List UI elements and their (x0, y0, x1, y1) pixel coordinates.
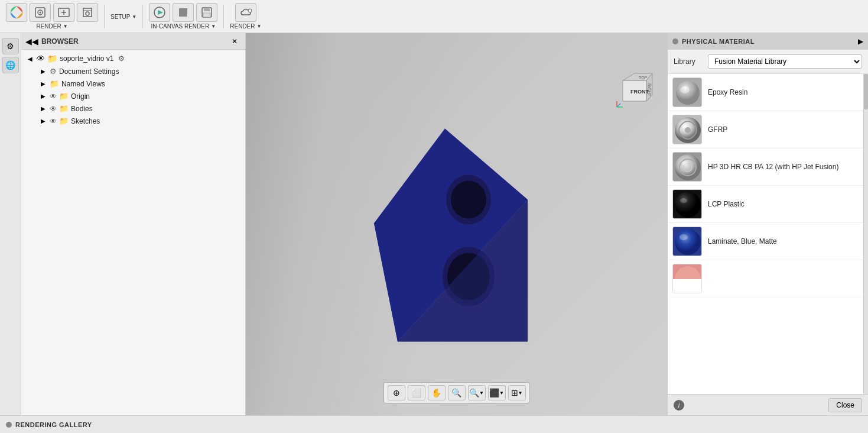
render-btn-group: RENDER ▼ (230, 3, 261, 30)
vp-grid-btn[interactable]: ⊞▼ (508, 385, 526, 400)
svg-point-48 (680, 234, 688, 240)
in-canvas-stop-icon[interactable] (173, 3, 194, 22)
material-panel-title: PHYSICAL MATERIAL (682, 38, 854, 45)
origin-label: Origin (71, 92, 90, 101)
sketches-eye-icon[interactable]: 👁 (50, 117, 57, 125)
render-label[interactable]: RENDER ▼ (36, 23, 67, 30)
root-folder-icon: 📁 (47, 54, 57, 63)
material-thumb-gfrp (672, 115, 702, 144)
library-select[interactable]: Fusion Material Library (708, 54, 862, 69)
svg-marker-9 (158, 10, 163, 15)
sketches-label: Sketches (71, 117, 100, 125)
in-canvas-play-icon[interactable] (149, 3, 170, 22)
browser-close-btn[interactable]: ✕ (229, 35, 240, 47)
material-thumb-lcp (672, 189, 702, 219)
in-canvas-save-icon[interactable] (196, 3, 217, 22)
material-item-laminate[interactable]: Laminate, Blue, Matte (668, 223, 863, 260)
svg-point-7 (86, 12, 89, 15)
material-item-partial[interactable] (668, 260, 863, 298)
render-cloud-icon[interactable] (235, 3, 256, 22)
vp-display-btn[interactable]: ⬛▼ (488, 385, 506, 400)
vp-zoom-window-btn[interactable]: 🔍▼ (468, 385, 486, 400)
in-canvas-render-label-text: IN-CANVAS RENDER (151, 23, 209, 30)
left-icon-community[interactable]: 🌐 (2, 57, 19, 73)
library-row: Library Fusion Material Library (668, 50, 868, 74)
svg-rect-12 (204, 8, 210, 11)
material-item-epoxy-resin[interactable]: Epoxy Resin (668, 74, 863, 111)
material-panel-header: PHYSICAL MATERIAL ▶ (668, 33, 868, 50)
view-cube-svg: FRONT TOP RIGHT (614, 69, 655, 110)
material-item-lcp[interactable]: LCP Plastic (668, 186, 863, 223)
bodies-eye-icon[interactable]: 👁 (50, 105, 57, 113)
in-canvas-render-label[interactable]: IN-CANVAS RENDER ▼ (151, 23, 216, 30)
3d-model-svg (327, 82, 563, 366)
left-sidebar-icons: ⚙ 🌐 (0, 33, 21, 415)
material-thumb-epoxy-resin (672, 77, 702, 107)
material-panel-collapse-btn[interactable]: ▶ (858, 37, 863, 46)
sketches-folder-icon: 📁 (59, 117, 69, 125)
vp-orbit-btn[interactable]: ⊕ (388, 385, 405, 400)
material-item-gfrp[interactable]: GFRP (668, 111, 863, 148)
material-thumb-partial (672, 264, 702, 293)
vp-fitall-btn[interactable]: ⬜ (408, 385, 425, 400)
bodies-folder-icon: 📁 (59, 104, 69, 113)
svg-point-39 (675, 154, 701, 180)
material-name-gfrp: GFRP (708, 125, 727, 134)
named-views-toggle[interactable]: ▶ (39, 80, 47, 88)
render-output-icon[interactable] (53, 3, 74, 22)
svg-rect-10 (179, 8, 187, 17)
setup-label[interactable]: SETUP ▼ (110, 14, 136, 20)
svg-point-47 (675, 229, 701, 255)
setup-label-text: SETUP (110, 14, 130, 20)
sketches-toggle[interactable]: ▶ (39, 117, 47, 125)
left-icon-settings[interactable]: ⚙ (2, 38, 19, 54)
render-btn-dropdown-arrow: ▼ (257, 24, 262, 29)
vp-pan-btn[interactable]: ✋ (428, 385, 446, 400)
material-name-lcp: LCP Plastic (708, 200, 745, 208)
svg-point-34 (680, 86, 690, 93)
root-toggle[interactable]: ◀ (26, 54, 34, 63)
rendering-gallery-title: RENDERING GALLERY (15, 421, 92, 428)
origin-toggle[interactable]: ▶ (39, 92, 47, 101)
material-name-epoxy-resin: Epoxy Resin (708, 88, 747, 96)
material-list: Epoxy Resin (668, 74, 863, 394)
svg-text:TOP: TOP (639, 76, 648, 80)
physical-material-panel: PHYSICAL MATERIAL ▶ Library Fusion Mater… (667, 33, 868, 415)
svg-text:RIGHT: RIGHT (647, 83, 651, 97)
root-label: soporte_vidrio v1 (60, 54, 113, 63)
gallery-dot (6, 422, 12, 428)
material-scrollbar[interactable] (863, 74, 868, 394)
viewport-3d[interactable]: FRONT TOP RIGHT ⊕ ⬜ ✋ 🔍 🔍▼ ⬛▼ ⊞▼ (246, 33, 667, 415)
render-btn-label[interactable]: RENDER ▼ (230, 23, 261, 30)
root-settings-icon[interactable]: ⚙ (118, 54, 125, 63)
render-settings-icon[interactable] (30, 3, 51, 22)
svg-point-33 (676, 81, 700, 105)
view-cube[interactable]: FRONT TOP RIGHT (614, 69, 655, 110)
main-area: ⚙ 🌐 ◀◀ BROWSER ✕ ◀ 👁 📁 soporte_vidrio v1… (0, 33, 868, 415)
origin-eye-icon[interactable]: 👁 (50, 92, 57, 101)
color-wheel-icon[interactable] (6, 3, 27, 22)
info-icon[interactable]: i (674, 400, 684, 411)
browser-root-item[interactable]: ◀ 👁 📁 soporte_vidrio v1 ⚙ (21, 52, 245, 65)
material-item-hp3d[interactable]: HP 3D HR CB PA 12 (with HP Jet Fusion) (668, 148, 863, 186)
render-label-text: RENDER (36, 23, 61, 30)
bodies-toggle[interactable]: ▶ (39, 105, 47, 113)
svg-point-14 (248, 9, 252, 12)
doc-settings-toggle[interactable]: ▶ (39, 67, 47, 76)
material-panel-footer: i Close (668, 394, 868, 415)
tree-item-origin[interactable]: ▶ 👁 📁 Origin (21, 90, 245, 102)
named-views-folder-icon: 📁 (50, 79, 59, 88)
browser-collapse-btn[interactable]: ◀◀ (26, 35, 38, 47)
tree-item-bodies[interactable]: ▶ 👁 📁 Bodies (21, 102, 245, 115)
root-visibility-icon[interactable]: 👁 (37, 54, 45, 63)
tree-item-named-views[interactable]: ▶ 📁 Named Views (21, 77, 245, 90)
vp-zoom-btn[interactable]: 🔍 (448, 385, 466, 400)
tree-item-sketches[interactable]: ▶ 👁 📁 Sketches (21, 115, 245, 127)
close-panel-btn[interactable]: Close (828, 398, 862, 412)
setup-group: SETUP ▼ (110, 12, 136, 20)
viewport-toolbar: ⊕ ⬜ ✋ 🔍 🔍▼ ⬛▼ ⊞▼ (383, 382, 530, 403)
render-history-icon[interactable] (77, 3, 98, 22)
tree-item-document-settings[interactable]: ▶ ⚙ Document Settings (21, 65, 245, 77)
render-dropdown-arrow: ▼ (63, 24, 68, 29)
svg-point-19 (451, 181, 486, 219)
